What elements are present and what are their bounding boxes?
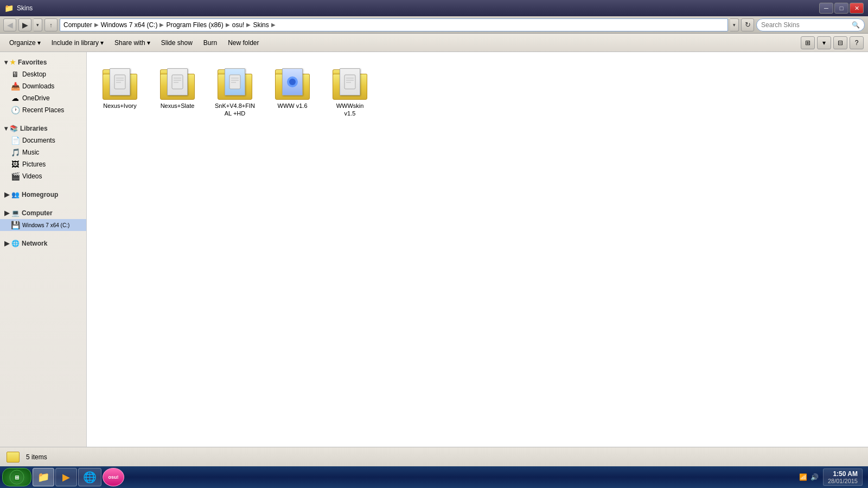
- onedrive-icon: ☁: [11, 94, 20, 102]
- computer-header[interactable]: ▶ 💻 Computer: [0, 207, 86, 219]
- recent-places-icon: 🕐: [11, 106, 20, 114]
- clock-date: 28/01/2015: [828, 478, 858, 484]
- documents-icon: 📄: [11, 136, 20, 145]
- path-windows[interactable]: Windows 7 x64 (C:): [101, 21, 158, 29]
- path-skins[interactable]: Skins: [253, 21, 269, 29]
- sidebar-item-windows-drive[interactable]: 💾 Windows 7 x64 (C:): [0, 219, 86, 231]
- include-in-library-button[interactable]: Include in library ▾: [47, 36, 108, 50]
- up-button[interactable]: ↑: [44, 18, 58, 31]
- window-title: Skins: [17, 4, 33, 12]
- network-header[interactable]: ▶ 🌐 Network: [0, 237, 86, 249]
- downloads-icon: 📥: [11, 82, 20, 91]
- folder-skin-overlay: [167, 68, 188, 95]
- view-icon-button[interactable]: ⊞: [801, 36, 815, 49]
- folder-skin-overlay: [225, 68, 245, 95]
- path-dropdown-button[interactable]: ▾: [730, 18, 739, 31]
- close-button[interactable]: ✕: [850, 3, 864, 14]
- homegroup-header[interactable]: ▶ 👥 Homegroup: [0, 189, 86, 201]
- taskbar-chrome-button[interactable]: 🌐: [78, 468, 101, 486]
- tray-volume-icon: 🔊: [810, 473, 819, 481]
- osu-label: osu!: [108, 474, 119, 480]
- music-label: Music: [22, 149, 39, 156]
- burn-button[interactable]: Burn: [199, 36, 222, 50]
- folder-item[interactable]: SnK+V4.8+FINAL +HD: [210, 61, 259, 122]
- path-computer[interactable]: Computer: [63, 21, 92, 29]
- media-play-icon: ▶: [62, 471, 70, 483]
- sidebar-item-videos[interactable]: 🎬 Videos: [0, 170, 86, 182]
- computer-label: Computer: [22, 209, 53, 217]
- path-sep-5: ▶: [271, 22, 276, 28]
- start-button[interactable]: ⊞: [2, 468, 31, 486]
- sidebar-item-music[interactable]: 🎵 Music: [0, 146, 86, 158]
- share-with-label: Share with: [114, 39, 145, 47]
- title-bar-left: 📁 Skins: [4, 4, 33, 12]
- chrome-icon: 🌐: [83, 471, 97, 484]
- search-input[interactable]: [761, 21, 852, 29]
- share-with-dropdown-icon: ▾: [147, 39, 150, 47]
- folder-item[interactable]: WWWskin v1.5: [326, 61, 374, 122]
- organize-label: Organize: [9, 39, 36, 47]
- homegroup-icon: 👥: [11, 191, 20, 198]
- minimize-button[interactable]: ─: [819, 3, 833, 14]
- taskbar-osu-button[interactable]: osu!: [103, 468, 124, 486]
- slide-show-button[interactable]: Slide show: [156, 36, 197, 50]
- computer-expand-icon: ▶: [4, 209, 9, 217]
- folder-skin-overlay: [340, 68, 360, 95]
- folder-icon: [158, 65, 197, 100]
- folder-item[interactable]: WWW v1.6: [268, 61, 317, 122]
- sidebar-divider-2: [0, 184, 86, 189]
- taskbar-media-button[interactable]: ▶: [55, 468, 77, 486]
- organize-button[interactable]: Organize ▾: [4, 36, 46, 50]
- history-dropdown-button[interactable]: ▾: [34, 18, 42, 31]
- folder-label: SnK+V4.8+FINAL +HD: [215, 102, 255, 118]
- maximize-button[interactable]: □: [834, 3, 848, 14]
- svg-rect-8: [229, 75, 240, 89]
- organize-dropdown-icon: ▾: [37, 39, 41, 47]
- windows-drive-icon: 💾: [11, 221, 20, 229]
- network-label: Network: [22, 240, 47, 247]
- folder-item[interactable]: Nexus+Ivory: [95, 61, 144, 122]
- videos-label: Videos: [22, 172, 42, 180]
- new-folder-label: New folder: [228, 39, 259, 47]
- sidebar-divider-3: [0, 203, 86, 207]
- folder-label: Nexus+Slate: [161, 102, 195, 110]
- sidebar-item-recent-places[interactable]: 🕐 Recent Places: [0, 104, 86, 116]
- status-bar: 5 items: [0, 447, 868, 466]
- sidebar-item-onedrive[interactable]: ☁ OneDrive: [0, 92, 86, 104]
- sidebar-item-pictures[interactable]: 🖼 Pictures: [0, 158, 86, 170]
- path-osu[interactable]: osu!: [232, 21, 245, 29]
- burn-label: Burn: [203, 39, 217, 47]
- address-path[interactable]: Computer ▶ Windows 7 x64 (C:) ▶ Program …: [60, 18, 728, 31]
- refresh-button[interactable]: ↻: [741, 18, 754, 31]
- sidebar-item-desktop[interactable]: 🖥 Desktop: [0, 68, 86, 80]
- sidebar: ▾ ★ Favorites 🖥 Desktop 📥 Downloads ☁ On…: [0, 52, 87, 447]
- folder-icon: [215, 65, 254, 100]
- status-folder-icon: [7, 452, 20, 463]
- sidebar-item-documents[interactable]: 📄 Documents: [0, 134, 86, 146]
- folder-grid: Nexus+Ivory Nexus+Slate SnK+V4.8+FINAL +…: [95, 61, 859, 122]
- forward-button[interactable]: ▶: [18, 18, 31, 31]
- sidebar-item-downloads[interactable]: 📥 Downloads: [0, 80, 86, 92]
- help-button[interactable]: ?: [850, 36, 864, 49]
- clock-area[interactable]: 1:50 AM 28/01/2015: [823, 468, 863, 486]
- libraries-icon: 📚: [10, 125, 18, 132]
- folder-label: Nexus+Ivory: [103, 102, 136, 110]
- search-box[interactable]: 🔍: [756, 18, 865, 31]
- back-button[interactable]: ◀: [3, 18, 16, 31]
- folder-item[interactable]: Nexus+Slate: [153, 61, 202, 122]
- tray-network-icon: 📶: [799, 473, 807, 481]
- favorites-section: ▾ ★ Favorites 🖥 Desktop 📥 Downloads ☁ On…: [0, 56, 86, 116]
- path-programfiles[interactable]: Program Files (x86): [166, 21, 223, 29]
- address-bar: ◀ ▶ ▾ ↑ Computer ▶ Windows 7 x64 (C:) ▶ …: [0, 16, 868, 34]
- libraries-collapse-icon: ▾: [4, 125, 8, 132]
- view-dropdown-button[interactable]: ▾: [817, 36, 831, 49]
- new-folder-button[interactable]: New folder: [223, 36, 264, 50]
- preview-pane-button[interactable]: ⊟: [833, 36, 847, 49]
- libraries-header[interactable]: ▾ 📚 Libraries: [0, 123, 86, 134]
- taskbar-explorer-button[interactable]: 📁: [33, 468, 54, 486]
- share-with-button[interactable]: Share with ▾: [110, 36, 155, 50]
- path-sep-2: ▶: [159, 22, 164, 28]
- favorites-header[interactable]: ▾ ★ Favorites: [0, 56, 86, 68]
- homegroup-section: ▶ 👥 Homegroup: [0, 189, 86, 201]
- libraries-label: Libraries: [20, 125, 48, 132]
